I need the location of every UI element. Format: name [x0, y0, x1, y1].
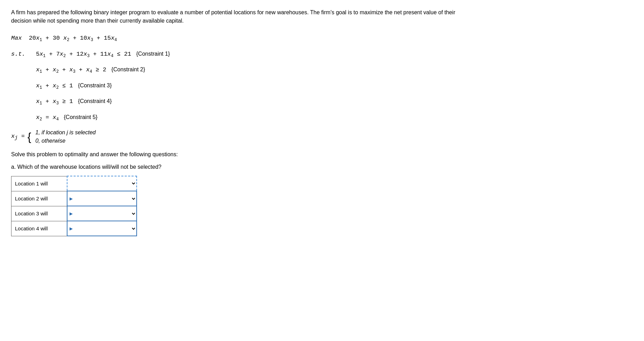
question-a: a. Which of the warehouse locations will… [11, 164, 633, 170]
location-3-dropdown-cell: ▶be selectednot be selected [67, 206, 137, 221]
constraint-3-label: {Constraint 3} [77, 82, 112, 88]
constraint-4-line: s.t. x1 + x3 ≥ 1 {Constraint 4} [11, 97, 633, 107]
constraint-2-label: {Constraint 2} [110, 66, 145, 72]
location-3-label: Location 3 will [11, 206, 67, 221]
location-4-dropdown-arrow: ▶ [67, 226, 74, 231]
location-4-dropdown-cell: ▶be selectednot be selected [67, 221, 137, 236]
constraint-5-label: {Constraint 5} [62, 114, 97, 120]
location-2-dropdown-container: ▶be selectednot be selected [67, 191, 136, 206]
location-3-select[interactable]: be selectednot be selected [74, 211, 136, 217]
question-a-bold: a. [11, 164, 16, 170]
location-1-label: Location 1 will [11, 176, 67, 191]
location-1-dropdown-cell: be selectednot be selected [67, 176, 137, 191]
location-row-3: Location 3 will▶be selectednot be select… [11, 206, 137, 221]
location-4-select[interactable]: be selectednot be selected [74, 225, 136, 232]
location-2-label: Location 2 will [11, 191, 67, 206]
constraint-2-line: s.t. x1 + x2 + x3 + x4 ≥ 2 {Constraint 2… [11, 65, 633, 76]
location-row-1: Location 1 willbe selectednot be selecte… [11, 176, 137, 191]
location-4-dropdown-container: ▶be selectednot be selected [67, 221, 136, 236]
constraint-5-line: s.t. x2 = x4 {Constraint 5} [11, 113, 633, 123]
objective-label: Max [11, 35, 22, 41]
xj-definition: xj = { 1, if location j is selected 0, o… [11, 128, 633, 145]
objective-line: Max 20x1 + 30 x2 + 10x3 + 15x4 [11, 33, 633, 44]
location-3-dropdown-container: ▶be selectednot be selected [67, 206, 136, 221]
piecewise-case-2: 0, otherwise [35, 137, 96, 145]
piecewise-case-1: 1, if location j is selected [35, 128, 96, 137]
constraint-1-line: s.t. 5x1 + 7x2 + 12x3 + 11x4 ≤ 21 {Const… [11, 49, 633, 60]
location-4-label: Location 4 will [11, 221, 67, 236]
location-3-dropdown-arrow: ▶ [67, 211, 74, 216]
location-1-select[interactable]: be selectednot be selected [67, 176, 136, 191]
location-2-dropdown-arrow: ▶ [67, 196, 74, 201]
location-row-2: Location 2 will▶be selectednot be select… [11, 191, 137, 206]
solve-text: Solve this problem to optimality and ans… [11, 151, 633, 158]
constraint-1-label: {Constraint 1} [135, 51, 170, 57]
location-1-dropdown-container: be selectednot be selected [67, 176, 136, 191]
location-2-select[interactable]: be selectednot be selected [74, 196, 136, 202]
location-table: Location 1 willbe selectednot be selecte… [11, 176, 137, 236]
location-row-4: Location 4 will▶be selectednot be select… [11, 221, 137, 236]
constraint-3-line: s.t. x1 + x2 ≤ 1 {Constraint 3} [11, 81, 633, 92]
location-2-dropdown-cell: ▶be selectednot be selected [67, 191, 137, 206]
question-a-text: Which of the warehouse locations will/wi… [16, 164, 161, 170]
constraint-4-label: {Constraint 4} [77, 98, 112, 104]
intro-paragraph: A firm has prepared the following binary… [11, 8, 463, 25]
piecewise-brace: { [27, 131, 31, 142]
